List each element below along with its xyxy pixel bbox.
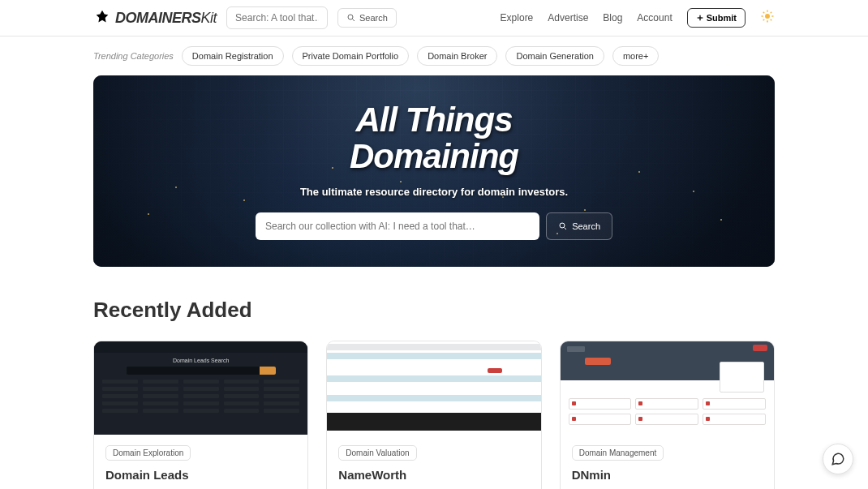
search-icon [558,221,568,231]
category-pill[interactable]: Domain Registration [182,46,284,66]
card-tag: Domain Valuation [338,445,416,461]
category-pill[interactable]: Private Domain Portfolio [292,46,410,66]
svg-line-10 [771,19,772,21]
nav-blog[interactable]: Blog [603,12,622,24]
card-tag: Domain Exploration [105,445,191,461]
svg-point-4 [765,14,770,19]
hero-title: All ThingsDomaining [350,102,518,174]
chat-icon [831,452,845,466]
logo-sub: Kit [201,10,217,26]
category-pill[interactable]: Domain Generation [505,46,604,66]
card[interactable]: Domain Valuation NameWorth Intelligent D… [326,341,541,489]
card[interactable]: Domain Leads Search Domain Exploration D… [93,341,308,489]
card-tag: Domain Management [572,445,664,461]
svg-line-14 [565,227,567,229]
sun-icon [760,9,775,24]
category-pill-more[interactable]: more+ [612,46,660,66]
card-title: Domain Leads [105,468,296,482]
svg-point-0 [348,15,353,19]
card-thumbnail [327,341,540,435]
logo[interactable]: DOMAINERSKit [93,9,217,27]
svg-line-12 [771,12,772,14]
svg-line-11 [763,19,765,21]
card-title: NameWorth [338,468,529,482]
header: DOMAINERSKit Search Explore Advertise Bl… [0,0,868,36]
hero-subtitle: The ultimate resource directory for doma… [300,186,568,198]
hero-search-input[interactable] [256,212,539,240]
hero: All ThingsDomaining The ultimate resourc… [93,75,775,267]
submit-button[interactable]: Submit [687,8,746,28]
header-search-input[interactable] [226,6,328,29]
svg-line-9 [763,12,765,14]
trending-categories: Trending Categories Domain Registration … [93,36,775,75]
nav: Explore Advertise Blog Account Submit [501,8,775,28]
cards-grid: Domain Leads Search Domain Exploration D… [93,341,775,489]
nav-advertise[interactable]: Advertise [548,12,588,24]
nav-explore[interactable]: Explore [501,12,534,24]
svg-point-13 [560,223,565,228]
card-thumbnail [561,341,774,435]
card-thumbnail: Domain Leads Search [94,341,307,435]
card-title: DNmin [572,468,763,482]
logo-icon [93,9,111,27]
hero-search-button[interactable]: Search [546,212,612,240]
chat-button[interactable] [823,444,853,474]
header-search-label: Search [359,13,388,23]
header-search-button[interactable]: Search [337,8,397,28]
submit-label: Submit [707,13,737,23]
nav-account[interactable]: Account [637,12,672,24]
svg-line-1 [353,19,355,22]
plus-icon [696,14,704,22]
section-title: Recently Added [93,298,775,323]
theme-toggle[interactable] [760,9,775,27]
card[interactable]: Domain Management DNmin A free domain ma… [560,341,775,489]
hero-search-label: Search [572,221,600,231]
categories-label: Trending Categories [93,51,174,61]
logo-main: DOMAINERS [115,10,201,26]
category-pill[interactable]: Domain Broker [417,46,497,66]
search-icon [346,13,356,23]
